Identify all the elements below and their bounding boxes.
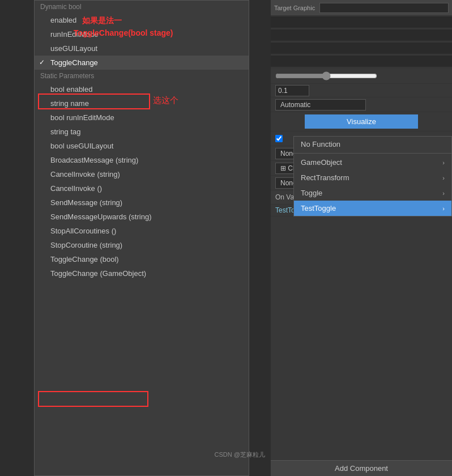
menu-item-togglechange-bool[interactable]: ToggleChange (bool) [35,252,249,266]
static-params-label: Static Parameters [35,70,249,82]
menu-item-string-name[interactable]: string name [35,96,249,110]
visualize-row: Visualize [271,112,452,131]
automatic-row: Automatic [271,97,452,112]
menu-item-cancelinvoke-string[interactable]: CancelInvoke (string) [35,167,249,181]
chevron-right-icon: › [442,175,445,181]
slider-row [271,68,452,84]
automatic-dropdown[interactable]: Automatic [275,99,366,110]
target-graphic-field[interactable] [319,3,449,13]
left-dropdown-panel: Dynamic bool enabled runInEditMode useGU… [34,0,249,476]
menu-item-bool-runineditmode[interactable]: bool runInEditMode [35,110,249,125]
menu-item-togglechange-gameobject[interactable]: ToggleChange (GameObject) [35,266,249,280]
chevron-right-icon: › [442,190,445,197]
chevron-right-icon: › [442,205,445,212]
target-graphic-label: Target Graphic [274,5,315,11]
menu-item-broadcastmessage[interactable]: BroadcastMessage (string) [35,153,249,167]
menu-item-togglechange[interactable]: ToggleChange [35,56,249,70]
input-field-3[interactable] [271,42,452,54]
submenu-item-recttransform[interactable]: RectTransform › [294,170,451,185]
add-component-bar[interactable]: Add Component [271,460,452,476]
menu-item-stopcoroutine[interactable]: StopCoroutine (string) [35,238,249,252]
value-01-row [271,84,452,97]
menu-item-stopallcoroutines[interactable]: StopAllCoroutines () [35,224,249,238]
submenu-item-toggle[interactable]: Toggle › [294,185,451,201]
interactable-checkbox[interactable] [275,135,283,142]
menu-item-enabled[interactable]: enabled [35,13,249,27]
value-01-input[interactable] [275,85,309,96]
visualize-button[interactable]: Visualize [305,114,418,129]
input-field-1[interactable] [271,16,452,28]
input-field-4[interactable] [271,56,452,67]
dynamic-bool-label: Dynamic bool [35,1,249,13]
right-inspector-panel: Target Graphic Automatic Visualize None … [271,0,452,476]
menu-item-string-tag[interactable]: string tag [35,125,249,139]
menu-item-sendmessageupwards[interactable]: SendMessageUpwards (string) [35,210,249,224]
menu-item-sendmessage[interactable]: SendMessage (string) [35,196,249,210]
opacity-slider[interactable] [275,71,377,80]
submenu-item-no-function[interactable]: No Function [294,137,451,152]
menu-item-bool-useguilayout[interactable]: bool useGUILayout [35,139,249,153]
menu-item-useguilayout[interactable]: useGUILayout [35,41,249,56]
watermark: CSDN @芝麻粒儿 [215,450,265,459]
submenu-item-gameobject[interactable]: GameObject › [294,155,451,170]
submenu-item-testtoggle[interactable]: TestToggle › [294,201,451,216]
menu-item-bool-enabled[interactable]: bool enabled [35,82,249,96]
menu-item-cancelinvoke[interactable]: CancelInvoke () [35,181,249,196]
input-field-2[interactable] [271,29,452,41]
menu-item-runineditmode[interactable]: runInEditMode [35,27,249,41]
submenu-dropdown: No Function GameObject › RectTransform ›… [293,136,452,216]
chevron-right-icon: › [442,159,445,166]
add-component-label: Add Component [335,464,388,473]
